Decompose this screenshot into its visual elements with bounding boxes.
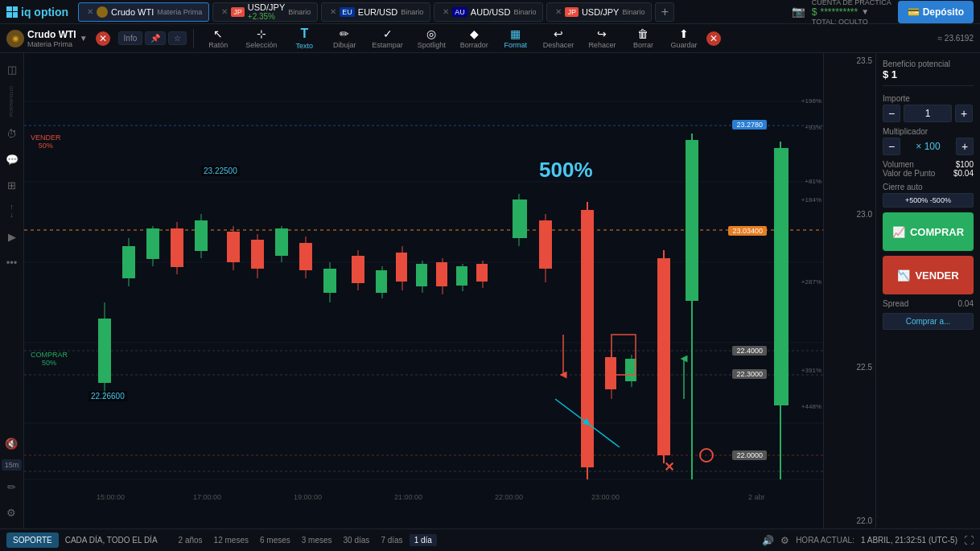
buy-button[interactable]: 📈 COMPRAR bbox=[883, 212, 974, 251]
amount-increase-button[interactable]: + bbox=[955, 105, 973, 122]
close-icon[interactable]: ✕ bbox=[555, 7, 562, 16]
instrument-icon: ◉ bbox=[6, 30, 24, 47]
sidebar-chat[interactable]: 💬 bbox=[2, 150, 22, 169]
multiplier-decrease-button[interactable]: − bbox=[883, 138, 900, 155]
tab-subtitle: Binario bbox=[622, 8, 644, 16]
pin-button[interactable]: 📌 bbox=[145, 31, 166, 45]
currency-symbol: $ bbox=[812, 6, 817, 18]
sidebar-portfolio[interactable]: ◫ bbox=[2, 60, 22, 79]
sound-button[interactable]: 🔊 bbox=[762, 535, 774, 546]
svg-rect-50 bbox=[456, 266, 467, 286]
buy-icon: 📈 bbox=[892, 226, 905, 238]
settings-button[interactable]: ⚙ bbox=[780, 535, 789, 546]
chart-header: ◉ Crudo WTI Materia Prima ▼ ✕ Info 📌 ☆ ↖… bbox=[0, 24, 980, 53]
timeframe-1d[interactable]: 1 día bbox=[410, 534, 437, 546]
vender-label: VENDER50% bbox=[31, 134, 61, 150]
instrument-selector[interactable]: ◉ Crudo WTI Materia Prima ▼ bbox=[6, 29, 88, 48]
format-icon: ▦ bbox=[510, 27, 521, 40]
buy-label: COMPRAR bbox=[910, 226, 964, 238]
tool-seleccion[interactable]: ⊹ Selección bbox=[241, 26, 282, 51]
tab-subtitle: Binario bbox=[513, 8, 536, 16]
svg-rect-46 bbox=[416, 264, 427, 286]
add-tab-button[interactable]: + bbox=[655, 2, 674, 22]
tool-estampar[interactable]: ✓ Estampar bbox=[367, 26, 408, 51]
multiplier-increase-button[interactable]: + bbox=[956, 138, 974, 155]
info-button[interactable]: Info bbox=[118, 31, 143, 45]
time-label: HORA ACTUAL: bbox=[796, 536, 854, 545]
sidebar-market[interactable]: ↑↓ bbox=[2, 201, 22, 220]
timeframe-3m[interactable]: 3 meses bbox=[297, 534, 337, 546]
tool-rehacer[interactable]: ↪ Rehacer bbox=[583, 26, 620, 51]
multiplier-value: × 100 bbox=[916, 141, 940, 152]
tab-usdjpy1[interactable]: ✕ JP USD/JPY +2.35% Binario bbox=[212, 2, 318, 22]
svg-rect-67 bbox=[686, 140, 698, 301]
chart-container[interactable]: VENDER50% COMPRAR50% 500% 23.22500 22.26… bbox=[24, 53, 823, 528]
sell-button[interactable]: 📉 VENDER bbox=[883, 256, 974, 294]
benefit-value: $ 1 bbox=[883, 68, 974, 80]
cierre-value-button[interactable]: +500% -500% bbox=[883, 193, 974, 208]
main-area: ◫ PORTAFOLIO ⏱ 💬 ⊞ ↑↓ ▶ ••• 🔇 15m ✏ ⚙ VE… bbox=[0, 53, 980, 528]
volume-section: Volumen $100 Valor de Punto $0.04 bbox=[883, 160, 974, 178]
close-icon[interactable]: ✕ bbox=[443, 7, 449, 16]
comprar-a-button[interactable]: Comprar a... bbox=[883, 313, 974, 330]
star-button[interactable]: ☆ bbox=[168, 31, 187, 45]
timeframe-30d[interactable]: 30 días bbox=[339, 534, 375, 546]
bottom-bar: SOPORTE CADA DÍA, TODO EL DÍA 2 años 12 … bbox=[0, 528, 980, 551]
sidebar-history[interactable]: ⏱ bbox=[2, 124, 22, 143]
instrument-details: Crudo WTI Materia Prima bbox=[27, 29, 76, 48]
amount-input[interactable] bbox=[904, 105, 952, 122]
time-value: 1 ABRIL, 21:32:51 (UTC-5) bbox=[861, 536, 957, 545]
close-icon[interactable]: ✕ bbox=[221, 7, 228, 16]
screenshot-button[interactable]: 📷 bbox=[792, 6, 805, 18]
price-22-0: 22.0 bbox=[824, 516, 875, 525]
close-icon[interactable]: ✕ bbox=[87, 7, 93, 16]
tool-borrar[interactable]: 🗑 Borrar bbox=[625, 26, 661, 51]
tab-crude[interactable]: ✕ Crudo WTI Materia Prima bbox=[78, 2, 209, 22]
tool-raton[interactable]: ↖ Ratón bbox=[200, 26, 236, 51]
sidebar-video[interactable]: ▶ bbox=[2, 227, 22, 246]
rehacer-label: Rehacer bbox=[588, 41, 616, 49]
close-icon[interactable]: ✕ bbox=[330, 7, 336, 16]
svg-rect-22 bbox=[122, 246, 135, 278]
timeframe-12m[interactable]: 12 meses bbox=[209, 534, 253, 546]
close-chart-button[interactable]: ✕ bbox=[96, 31, 110, 46]
timeframe-7d[interactable]: 7 días bbox=[376, 534, 407, 546]
sidebar-more[interactable]: ••• bbox=[2, 253, 22, 272]
amount-decrease-button[interactable]: − bbox=[883, 105, 900, 122]
multiplier-row: − × 100 + bbox=[883, 138, 974, 155]
chevron-down-icon[interactable]: ▼ bbox=[80, 34, 88, 43]
multiplier-section: Multiplicador − × 100 + bbox=[883, 127, 974, 155]
volume-row: Volumen $100 bbox=[883, 160, 974, 169]
instrument-name: Crudo WTI bbox=[27, 29, 76, 40]
close-drawing-button[interactable]: ✕ bbox=[706, 31, 721, 46]
fullscreen-button[interactable]: ⛶ bbox=[964, 535, 974, 546]
tab-audusd[interactable]: ✕ AU AUD/USD Binario bbox=[434, 2, 543, 22]
deposit-button[interactable]: 💳 Depósito bbox=[898, 1, 974, 23]
tab-flag: JP bbox=[565, 7, 579, 17]
sidebar-sound-button[interactable]: 🔇 bbox=[2, 434, 21, 453]
total-label: TOTAL: OCULTO bbox=[812, 18, 891, 26]
tool-format[interactable]: ▦ Format bbox=[498, 26, 533, 51]
bottom-right: 🔊 ⚙ HORA ACTUAL: 1 ABRIL, 21:32:51 (UTC-… bbox=[762, 535, 974, 546]
tool-spotlight[interactable]: ◎ Spotlight bbox=[413, 26, 451, 51]
sidebar-interval[interactable]: 15m bbox=[2, 459, 23, 471]
tool-guardar[interactable]: ⬆ Guardar bbox=[665, 26, 702, 51]
timeframe-6m[interactable]: 6 meses bbox=[255, 534, 295, 546]
tool-borrador[interactable]: ◆ Borrador bbox=[455, 26, 493, 51]
support-button[interactable]: SOPORTE bbox=[6, 532, 59, 548]
sidebar-positions[interactable]: ⊞ bbox=[2, 175, 22, 195]
tool-texto[interactable]: T Texto bbox=[286, 26, 322, 51]
tab-usdjpy2[interactable]: ✕ JP USD/JPY Binario bbox=[546, 2, 652, 22]
sidebar-pencil-button[interactable]: ✏ bbox=[2, 477, 21, 496]
svg-rect-64 bbox=[657, 258, 670, 455]
tab-eurusd[interactable]: ✕ EU EUR/USD Binario bbox=[321, 2, 430, 22]
sidebar-settings-button[interactable]: ⚙ bbox=[2, 503, 21, 522]
timeframe-2y[interactable]: 2 años bbox=[174, 534, 208, 546]
sell-icon: 📉 bbox=[897, 269, 910, 282]
amount-control: − + bbox=[883, 105, 974, 122]
texto-label: Texto bbox=[296, 42, 314, 50]
tool-deshacer[interactable]: ↩ Deshacer bbox=[538, 26, 579, 51]
tool-dibujar[interactable]: ✏ Dibujar bbox=[327, 26, 362, 51]
tab-flag: EU bbox=[340, 7, 355, 17]
balance-chevron[interactable]: ▼ bbox=[861, 7, 869, 16]
